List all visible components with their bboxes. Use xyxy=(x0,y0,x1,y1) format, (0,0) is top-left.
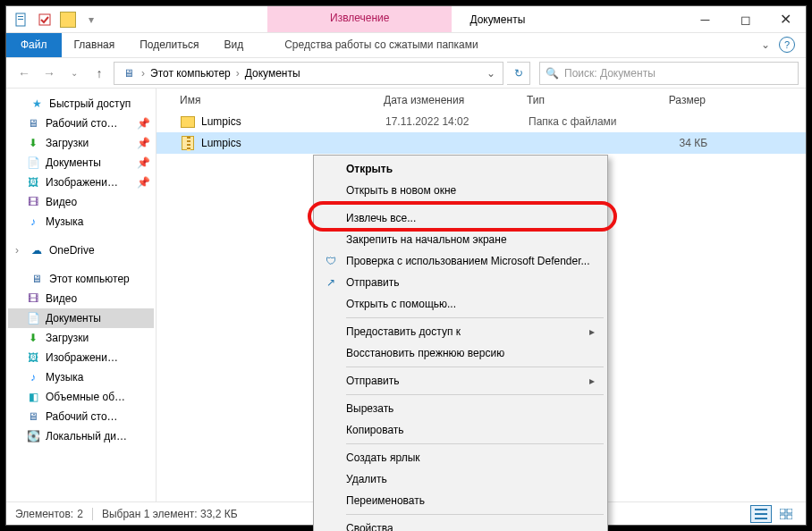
breadcrumb[interactable]: 🖥 › Этот компьютер › Документы ⌄ xyxy=(114,62,503,85)
ctx-cut[interactable]: Вырезать xyxy=(316,398,605,419)
sidebar-video[interactable]: 🎞Видео xyxy=(8,192,154,212)
separator xyxy=(346,394,604,395)
sidebar-pc-images[interactable]: 🖼Изображени… xyxy=(8,348,154,367)
column-headers[interactable]: Имя Дата изменения Тип Размер xyxy=(156,88,806,111)
svg-rect-6 xyxy=(755,518,767,519)
music-icon: ♪ xyxy=(26,370,40,384)
refresh-button[interactable]: ↻ xyxy=(507,62,530,85)
image-icon: 🖼 xyxy=(26,350,40,365)
svg-rect-10 xyxy=(787,515,792,519)
ctx-restore[interactable]: Восстановить прежнюю версию xyxy=(316,342,605,364)
back-button[interactable]: ← xyxy=(13,63,35,84)
ribbon-collapse-icon[interactable]: ⌄ xyxy=(761,38,770,51)
search-input[interactable]: 🔍 Поиск: Документы xyxy=(539,62,799,85)
sidebar-desktop[interactable]: 🖥Рабочий сто…📌 xyxy=(8,114,154,133)
maximize-button[interactable]: ◻ xyxy=(725,6,765,32)
ctx-defender[interactable]: 🛡Проверка с использованием Microsoft Def… xyxy=(316,250,605,272)
minimize-button[interactable]: ─ xyxy=(685,6,725,32)
pc-icon: 🖥 xyxy=(122,66,136,80)
download-icon: ⬇ xyxy=(26,136,40,150)
col-date: Дата изменения xyxy=(384,94,527,106)
tab-share[interactable]: Поделиться xyxy=(127,33,211,57)
sidebar-music[interactable]: ♪Музыка xyxy=(8,212,154,232)
sidebar-pc-music[interactable]: ♪Музыка xyxy=(8,367,154,387)
context-menu: Открыть Открыть в новом окне Извлечь все… xyxy=(313,155,608,531)
help-icon[interactable]: ? xyxy=(779,37,795,53)
recent-dropdown[interactable]: ⌄ xyxy=(63,63,85,84)
folder-icon xyxy=(58,10,78,30)
document-icon: 📄 xyxy=(26,311,40,325)
sidebar-pc-documents[interactable]: 📄Документы xyxy=(8,308,154,328)
explorer-window: ▾ Извлечение Документы ─ ◻ ✕ Файл Главна… xyxy=(5,5,807,526)
ctx-open-with[interactable]: Открыть с помощью... xyxy=(316,293,605,315)
search-icon: 🔍 xyxy=(546,67,559,80)
ctx-pin-start[interactable]: Закрепить на начальном экране xyxy=(316,229,605,250)
address-bar-row: ← → ⌄ ↑ 🖥 › Этот компьютер › Документы ⌄… xyxy=(6,58,806,88)
sidebar-pc-3d[interactable]: ◧Объемные об… xyxy=(8,387,154,407)
image-icon: 🖼 xyxy=(26,175,40,190)
pin-icon: 📌 xyxy=(137,137,150,149)
ctx-send[interactable]: ↗Отправить xyxy=(316,272,605,293)
sidebar-this-pc[interactable]: 🖥Этот компьютер xyxy=(8,269,154,289)
window-title: Документы xyxy=(452,6,685,32)
zip-icon xyxy=(180,135,196,151)
file-row-zip[interactable]: Lumpics 34 КБ xyxy=(156,132,806,154)
ctx-copy[interactable]: Копировать xyxy=(316,419,605,441)
star-icon: ★ xyxy=(30,97,44,111)
sidebar-pc-video[interactable]: 🎞Видео xyxy=(8,289,154,308)
video-icon: 🎞 xyxy=(26,291,40,306)
col-name: Имя xyxy=(180,94,384,106)
separator xyxy=(346,317,604,318)
ctx-properties[interactable]: Свойства xyxy=(316,518,605,531)
contextual-tab-label: Извлечение xyxy=(267,6,452,32)
svg-rect-7 xyxy=(780,509,785,513)
tab-view[interactable]: Вид xyxy=(211,33,256,57)
file-row-folder[interactable]: Lumpics 17.11.2022 14:02 Папка с файлами xyxy=(156,111,806,132)
cube-icon: ◧ xyxy=(26,390,40,404)
ctx-delete[interactable]: Удалить xyxy=(316,468,605,490)
col-size: Размер xyxy=(643,94,706,106)
ctx-extract-all[interactable]: Извлечь все... xyxy=(316,207,605,229)
folder-icon xyxy=(180,114,196,130)
view-icons-button[interactable] xyxy=(775,505,797,523)
quick-access-toolbar: ▾ xyxy=(6,6,106,32)
sidebar-images[interactable]: 🖼Изображени…📌 xyxy=(8,173,154,192)
ctx-open-new[interactable]: Открыть в новом окне xyxy=(316,180,605,201)
pin-icon: 📌 xyxy=(137,156,150,169)
separator xyxy=(346,204,604,205)
checkbox-icon[interactable] xyxy=(35,10,55,30)
svg-rect-9 xyxy=(780,515,785,519)
desktop-icon: 🖥 xyxy=(26,116,40,131)
close-button[interactable]: ✕ xyxy=(765,6,806,32)
sidebar-onedrive[interactable]: ›☁OneDrive xyxy=(8,240,154,260)
ctx-rename[interactable]: Переименовать xyxy=(316,490,605,511)
file-icon xyxy=(12,10,31,30)
up-button[interactable]: ↑ xyxy=(89,63,110,84)
ctx-give-access[interactable]: Предоставить доступ к▸ xyxy=(316,321,605,342)
tab-compressed-tools[interactable]: Средства работы со сжатыми папками xyxy=(272,33,491,57)
tab-home[interactable]: Главная xyxy=(62,33,128,57)
svg-rect-3 xyxy=(39,14,50,25)
forward-button[interactable]: → xyxy=(38,63,60,84)
document-icon: 📄 xyxy=(26,156,40,170)
chevron-right-icon: ▸ xyxy=(589,375,595,387)
sidebar-pc-desktop[interactable]: 🖥Рабочий сто… xyxy=(8,407,154,426)
address-dropdown[interactable]: ⌄ xyxy=(481,67,501,80)
crumb-documents[interactable]: Документы xyxy=(240,67,306,80)
window-controls: ─ ◻ ✕ xyxy=(685,6,806,32)
crumb-this-pc[interactable]: Этот компьютер xyxy=(145,67,236,80)
navigation-pane: ★Быстрый доступ 🖥Рабочий сто…📌 ⬇Загрузки… xyxy=(6,88,156,502)
tab-file[interactable]: Файл xyxy=(6,33,62,57)
sidebar-pc-disk[interactable]: 💽Локальный ди… xyxy=(8,426,154,446)
separator xyxy=(346,367,604,367)
sidebar-quick-access[interactable]: ★Быстрый доступ xyxy=(8,94,154,114)
sidebar-documents[interactable]: 📄Документы📌 xyxy=(8,153,154,173)
qat-dropdown[interactable]: ▾ xyxy=(81,10,101,30)
ctx-open[interactable]: Открыть xyxy=(316,158,605,180)
ctx-send-to[interactable]: Отправить▸ xyxy=(316,370,605,392)
sidebar-pc-downloads[interactable]: ⬇Загрузки xyxy=(8,328,154,348)
pc-icon: 🖥 xyxy=(30,272,44,286)
view-details-button[interactable] xyxy=(750,505,772,523)
sidebar-downloads[interactable]: ⬇Загрузки📌 xyxy=(8,133,154,153)
ctx-shortcut[interactable]: Создать ярлык xyxy=(316,447,605,468)
